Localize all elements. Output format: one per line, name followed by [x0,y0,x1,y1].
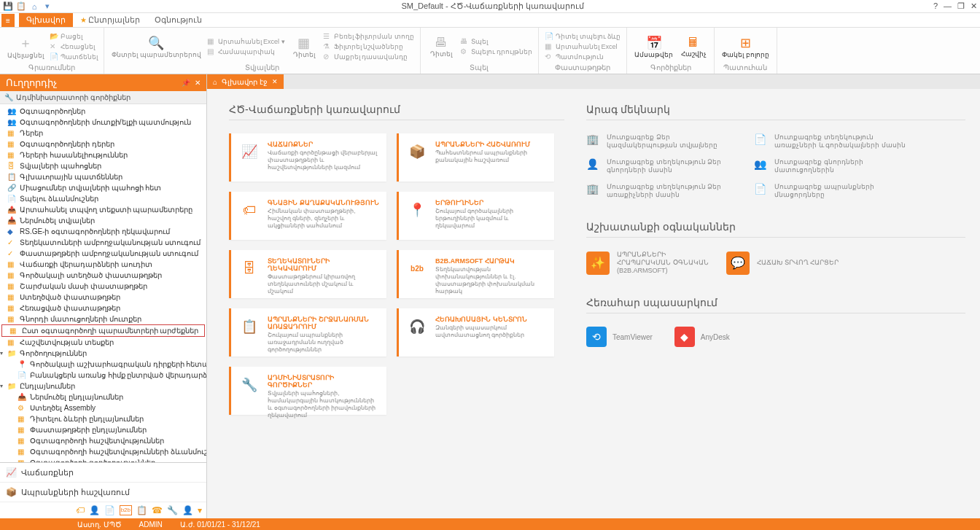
filter-button[interactable]: 🔍Փնտրել պարամետրերով [109,34,204,60]
nav-tree[interactable]: 👥Օգտագործողներ 👥Օգտագործողների մուտքի/ել… [0,104,206,462]
filter-row-button[interactable]: ☰Բեռել ֆիլտրման տողը [322,31,416,41]
info-org[interactable]: 🏢Մուտքագրեք Ձեր կազմակերպության տվյալներ… [586,133,739,149]
tile-routes[interactable]: 📍ԵՐԹՈՒՂԻՆԵՐՇուկայում գործակալների երթուղ… [397,192,554,240]
tree-extensions[interactable]: 📁Ընդլայնումներ [0,381,206,391]
tree-user-roles[interactable]: ▦Օգտագործողների դերեր [0,139,206,149]
sidebar-close-icon[interactable]: ✕ [195,79,201,87]
tab-home[interactable]: ⌂ Գլխավոր էջ ✕ [207,74,284,89]
tree-print-templates[interactable]: 📄Տպելու ձևանմուշներ [0,193,206,204]
tile-references[interactable]: 🗄ՏԵՂԵԿԱՏՈՒՆԵՐԻ ՂԵԿԱՎԱՐՈՒՄՓաստաթղթերում կ… [229,250,386,298]
view-button[interactable]: ▦Դիտել [288,34,320,60]
close-icon[interactable]: ✕ [971,1,977,11]
pin-icon[interactable]: 📌 [182,79,190,87]
tile-admin[interactable]: 🔧ԱԴՄԻՆԻՍՏՐԱՏՈՐԻ ԳՈՐԾԻՔՆԵՐՏվյալների պահոց… [229,367,386,415]
tree-ref-integrity[interactable]: ✓Տեղեկատուների ամբողջականության ստուգում [0,237,206,248]
tree-deleted-docs[interactable]: ▦Հեռացված փաստաթղթեր [0,303,206,313]
tree-report-views[interactable]: ▦Հաշվետվության տեսքեր [0,337,206,348]
clear-sort-button[interactable]: ⊘Մաքրել դասավանդը [322,52,416,61]
print-button[interactable]: 🖶Դիտել [425,34,457,59]
tree-login-history[interactable]: 👥Օգտագործողների մուտքի/ելքի պատմություն [0,117,206,128]
qat-copy-icon[interactable]: 📋 [16,1,26,12]
calendar-button[interactable]: 📅Ամսաթվեր [631,34,676,60]
sidebar-sales[interactable]: 📈Վաճառքներ [0,463,206,483]
tab-help[interactable]: Օգնություն [147,13,209,27]
tile-sales[interactable]: 📈ՎԱՃԱՌՔՆԵՐՎաճառքի գործընթացի վերաբերյալ … [229,133,386,182]
maximize-icon[interactable]: ❐ [957,1,965,11]
tree-mobile-docs[interactable]: ▦Շարժական մասի փաստաթղթեր [0,281,206,292]
info-shippers[interactable]: 🏢Մուտքագրեք տեղեկություն Ձեր առաքիչների … [586,183,739,199]
tree-user-actions[interactable]: ▦Օգտագործողի գործողություններ [0,457,206,462]
tree-doc-ext[interactable]: ▦Փաստաթղթերի ընդլայնումներ [0,424,206,435]
tab-close-icon[interactable]: ✕ [272,78,278,85]
tree-connections[interactable]: 🔗Միացումներ տվյալների պահոցի հետ [0,182,206,193]
sidebar-inventory[interactable]: 📦Ապրանքների հաշվառում [0,483,206,502]
tile-pricing[interactable]: 🏷ԳՆԱՅԻՆ ՔԱՂԱՔԱԿԱՆՈՒԹՅՈՒՆՀիմնական փաստաթղ… [229,192,386,240]
tree-section-header[interactable]: 🔧Ադմինիստրատորի գործիքներ [0,91,206,104]
qi-phone-icon[interactable]: ☎ [152,505,163,515]
qi-b2b-icon[interactable]: b2b [120,505,132,515]
filter-selected-button[interactable]: ⚗Ֆիլտրել նշվածները [322,42,416,51]
tree-export-params[interactable]: 📤Արտահանել տպվող տեքստի պարամետրերը [0,204,206,215]
tree-rsge[interactable]: ◆RS.GE-ի օգտագործողների ղեկավարում [0,226,206,237]
qi-doc-icon[interactable]: 📄 [104,505,115,515]
tree-returns-nobase[interactable]: 📄Բանակցերն առանց հիմք ընտրված վերադարձեր… [0,370,206,381]
tree-roles[interactable]: ▦Դերեր [0,128,206,139]
qi-user-icon[interactable]: 👤 [89,505,100,515]
tile-inventory[interactable]: 📦ԱՊՐԱՆՔՆԵՐԻ ՀԱՇՎԱՌՈՒՄՊահեստներում ապրանք… [397,133,554,182]
tree-create-assembly[interactable]: ⚙Ստեղծել Assembly [0,402,206,413]
tree-agent-geo[interactable]: 📍Գործակալի աշխարհագրական դիրքերի հետագծո… [0,359,206,370]
qat-dropdown-icon[interactable]: ▾ [42,1,52,12]
tree-user-report-templates[interactable]: ▦Օգտագործողի հաշվետվությունների ձևանմուշ… [0,446,206,457]
tree-stores[interactable]: 🗄Տվյալների պահոցներ [0,160,206,171]
tree-user-reports[interactable]: ▦Օգտագործողի հաշվետվություններ [0,435,206,446]
tree-agent-docs[interactable]: ▦Գործակալի ստեղծած փաստաթղթեր [0,270,206,281]
tree-users[interactable]: 👥Օգտագործողներ [0,106,206,117]
minimize-icon[interactable]: — [944,1,952,11]
history-button[interactable]: ⟲Պատմություն [543,52,622,61]
info-stock[interactable]: 📄Մուտքագրեք ապրանքների մնացորդները [754,183,907,199]
tile-callcenter[interactable]: 🎧ՀԵՌԱԽՈՍԱՅԻՆ ԿԵՆՏՐՈՆԶանգերի սպասարկում ա… [397,308,554,356]
close-all-button[interactable]: ⊞Փակել բոլորը [719,34,772,60]
qi-tag-icon[interactable]: 🏷 [76,505,85,515]
tree-user-param-values[interactable]: ▦Ըստ օգտագործողի պարամետրերի արժեքներ [1,324,205,337]
tab-starred[interactable]: ★Ընտրյալներ [73,13,147,27]
print-settings-button[interactable]: ⚙Տպելու դրույթներ [459,47,534,56]
helper-faq[interactable]: 💬ՀԱՃԱԽ ՏՐՎՈՂ ՀԱՐՑԵՐ [726,251,852,275]
helper-b2b[interactable]: ✨ԱՊՐԱՆՔՆԵՐԻ ՀՐԱՊԱՐԱԿՄԱՆ ՕԳՆԱԿԱՆ (B2B.ARM… [586,251,712,275]
tile-promotion[interactable]: 📋ԱՊՐԱՆՔՆԵՐԻ ՇՐՋԱՆԱՌՄԱՆ ԱՌԱՋԱԴՐՈՒՄՇուկայո… [229,308,386,356]
info-buyers[interactable]: 👤Մուտքագրեք տեղեկություն Ձեր գնորդների մ… [586,158,739,174]
info-suppliers[interactable]: 👥Մուտքագրեք գնորդների մատուցողներին [754,158,907,174]
tree-view-ext[interactable]: ▦Դիտելու ձևերի ընդլայնումներ [0,413,206,424]
qi-person-icon[interactable]: 👤 [182,505,193,515]
duplicate-button[interactable]: 📄Պատճենել [48,52,99,61]
remote-anydesk[interactable]: ◆AnyDesk [674,327,730,347]
export-excel-button[interactable]: ▦Արտահանել Excel ▾ [206,36,287,46]
print-btn[interactable]: 🖶Տպել [459,36,534,46]
qat-home-icon[interactable]: ⌂ [29,1,39,12]
calculator-button[interactable]: 🖩Հաշվիչ [677,34,709,59]
tree-import-data[interactable]: 📥Ներմուծել տվյալներ [0,215,206,226]
tree-import-ext[interactable]: 📥Ներմուծել ընդլայնումներ [0,391,206,402]
qi-more-icon[interactable]: ▾ [198,505,202,515]
info-agents[interactable]: 📄Մուտքագրեք տեղեկություն առաքչների և գոր… [754,133,907,149]
add-button[interactable]: ＋Ավելացնել [4,33,47,61]
tile-b2b[interactable]: b2bB2B.ARMSOFT ՀԱՐԹԱԿՏեղեկատվության փոխա… [397,250,554,298]
qi-clipboard-icon[interactable]: 📋 [136,505,147,515]
export-excel2-button[interactable]: ▦Արտահանել Excel [543,42,622,51]
help-icon[interactable]: ? [933,1,938,11]
comprehensive-button[interactable]: ▤Համապարփակ [206,47,287,56]
qat-save-icon[interactable]: 💾 [3,1,13,12]
tree-buyer-inputs[interactable]: ▦Գնորդի մատուցողների մուտքեր [0,313,206,324]
tree-actions[interactable]: 📁Գործողություններ [0,348,206,359]
open-button[interactable]: 📂Բացել [48,31,99,41]
tree-created-docs[interactable]: ▦Ստեղծված փաստաթղթեր [0,292,206,303]
tree-doc-integrity[interactable]: ✓Փաստաթղթերի ամբողջականության ստուգում [0,248,206,259]
view-print-form-button[interactable]: 📄Դիտել տպելու ձևը [543,31,622,41]
tab-main[interactable]: Գլխավոր [19,13,73,27]
tree-main-copies[interactable]: 📋Գլխաւորային պատճեններ [0,171,206,182]
tree-role-perms[interactable]: ▦Դերերի հասանելիություններ [0,149,206,160]
remove-button[interactable]: ✕Հեռացնել [48,42,99,51]
file-menu-icon[interactable]: ≡ [1,14,15,27]
qi-tools-icon[interactable]: 🔧 [167,505,178,515]
remote-teamviewer[interactable]: ⟲TeamViewer [586,327,653,347]
